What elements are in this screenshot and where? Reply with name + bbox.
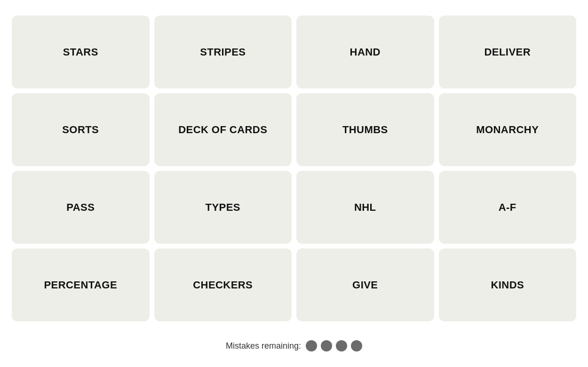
- card-2-label: STRIPES: [194, 46, 251, 58]
- card-6[interactable]: DECK OF CARDS: [154, 93, 292, 166]
- mistakes-label: Mistakes remaining:: [226, 341, 301, 351]
- mistakes-dots: [306, 340, 362, 351]
- card-9[interactable]: PASS: [12, 171, 150, 244]
- card-4[interactable]: DELIVER: [439, 16, 577, 88]
- card-12[interactable]: A-F: [439, 171, 577, 244]
- card-5-label: SORTS: [56, 124, 104, 136]
- card-6-label: DECK OF CARDS: [173, 124, 273, 136]
- card-8-label: MONARCHY: [470, 124, 544, 136]
- card-grid: STARSSTRIPESHANDDELIVERSORTSDECK OF CARD…: [12, 16, 576, 321]
- card-3[interactable]: HAND: [296, 16, 434, 88]
- card-7[interactable]: THUMBS: [296, 93, 434, 166]
- card-12-label: A-F: [493, 201, 522, 214]
- card-4-label: DELIVER: [479, 46, 536, 58]
- card-15[interactable]: GIVE: [296, 248, 434, 321]
- mistake-dot-3: [336, 340, 347, 351]
- card-15-label: GIVE: [347, 279, 383, 291]
- card-2[interactable]: STRIPES: [154, 16, 292, 88]
- card-14[interactable]: CHECKERS: [154, 248, 292, 321]
- card-11-label: NHL: [349, 201, 382, 214]
- card-3-label: HAND: [344, 46, 386, 58]
- card-13-label: PERCENTAGE: [38, 279, 123, 291]
- card-14-label: CHECKERS: [187, 279, 258, 291]
- card-1-label: STARS: [57, 46, 104, 58]
- card-16-label: KINDS: [485, 279, 530, 291]
- card-7-label: THUMBS: [337, 124, 394, 136]
- card-10[interactable]: TYPES: [154, 171, 292, 244]
- card-9-label: PASS: [61, 201, 100, 214]
- mistake-dot-4: [351, 340, 362, 351]
- card-11[interactable]: NHL: [296, 171, 434, 244]
- mistake-dot-2: [321, 340, 332, 351]
- card-5[interactable]: SORTS: [12, 93, 150, 166]
- mistake-dot-1: [306, 340, 317, 351]
- card-8[interactable]: MONARCHY: [439, 93, 577, 166]
- card-1[interactable]: STARS: [12, 16, 150, 88]
- footer: Mistakes remaining:: [226, 340, 362, 351]
- card-10-label: TYPES: [200, 201, 246, 214]
- card-13[interactable]: PERCENTAGE: [12, 248, 150, 321]
- card-16[interactable]: KINDS: [439, 248, 577, 321]
